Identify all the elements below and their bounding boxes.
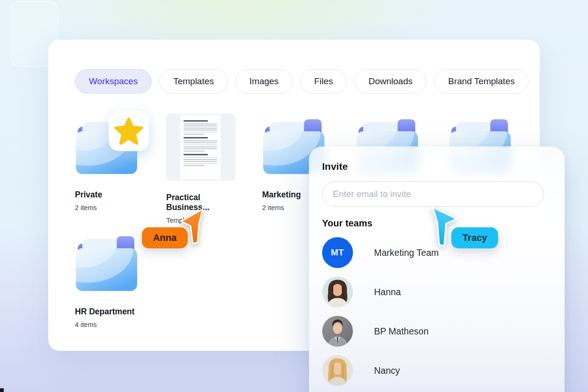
document-page [180, 115, 220, 179]
collaborator-cursor-anna: Anna [180, 207, 205, 247]
team-name: Hanna [374, 287, 401, 298]
team-name: Marketing Team [374, 247, 439, 258]
tab-templates[interactable]: Templates [159, 69, 228, 94]
folder-meta: 2 items [75, 204, 150, 211]
folder-meta: 4 items [75, 321, 150, 328]
document-thumbnail [166, 114, 235, 181]
team-row-hanna[interactable]: Hanna [322, 276, 551, 307]
tab-images[interactable]: Images [235, 69, 293, 94]
cursor-name-tag: Tracy [451, 227, 498, 248]
invite-panel-title: Invite [322, 161, 551, 172]
corner-artifact [0, 388, 4, 392]
star-icon [114, 116, 143, 145]
avatar-hanna [322, 276, 353, 307]
invite-email-input[interactable] [322, 181, 544, 207]
folder-name: Private [75, 190, 150, 200]
folder-icon [75, 236, 138, 291]
collaborator-cursor-tracy: Tracy [431, 206, 459, 250]
folder-name: HR Department [75, 307, 150, 317]
avatar-nancy [322, 355, 353, 386]
team-name: Nancy [374, 365, 400, 376]
folder-item-private[interactable]: Private 2 items [75, 119, 150, 211]
avatar-bp-matheson [322, 316, 353, 347]
tab-brand-templates[interactable]: Brand Templates [434, 69, 529, 94]
tab-files[interactable]: Files [300, 69, 347, 94]
invite-panel: Invite Your teams MT Marketing Team Hann… [309, 146, 565, 392]
folder-item-hr-department[interactable]: HR Department 4 items [75, 236, 150, 328]
avatar-marketing-team: MT [322, 237, 353, 268]
tab-bar: Workspaces Templates Images Files Downlo… [75, 69, 529, 94]
tab-downloads[interactable]: Downloads [354, 69, 426, 94]
team-name: BP Matheson [374, 326, 429, 337]
team-row-nancy[interactable]: Nancy [322, 355, 551, 386]
team-row-bp-matheson[interactable]: BP Matheson [322, 316, 551, 347]
favorite-badge [109, 111, 149, 151]
tab-workspaces[interactable]: Workspaces [75, 69, 152, 94]
cursor-name-tag: Anna [142, 227, 188, 248]
